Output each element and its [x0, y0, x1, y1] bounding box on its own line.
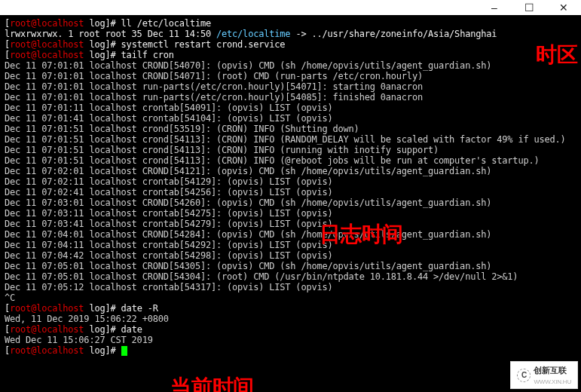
command: date -R [121, 303, 158, 314]
date-r-output: Wed, 11 Dec 2019 15:06:22 +0800 [5, 314, 576, 324]
log-line: Dec 11 07:01:51 localhost crond[54113]: … [5, 155, 576, 166]
log-line: Dec 11 07:01:41 localhost crontab[54104]… [5, 113, 576, 124]
log-line: Dec 11 07:01:51 localhost crond[53519]: … [5, 124, 576, 134]
window-titlebar: – ☐ ✕ [0, 0, 581, 15]
prompt-line: [root@localhost log]# date -R [5, 303, 576, 314]
ll-output: lrwxrwxrwx. 1 root root 35 Dec 11 14:50 … [5, 29, 576, 39]
log-line: Dec 11 07:03:11 localhost crontab[54275]… [5, 208, 576, 219]
log-line: Dec 11 07:03:01 localhost CROND[54260]: … [5, 198, 576, 208]
log-line: Dec 11 07:01:01 localhost CROND[54071]: … [5, 71, 576, 81]
log-line: Dec 11 07:02:11 localhost crontab[54129]… [5, 176, 576, 187]
log-line: Dec 11 07:05:01 localhost CROND[54304]: … [5, 271, 576, 282]
log-line: Dec 11 07:04:01 localhost CROND[54284]: … [5, 229, 576, 240]
command: tailf cron [121, 50, 174, 60]
prompt-line: [root@localhost log]# tailf cron [5, 50, 576, 60]
log-line: Dec 11 07:01:51 localhost crond[54113]: … [5, 134, 576, 145]
date-output: Wed Dec 11 15:06:27 CST 2019 [5, 335, 576, 345]
watermark-text: 创新互联 [534, 366, 566, 375]
command: systemctl restart crond.service [121, 39, 286, 50]
prompt-line: [root@localhost log]# [5, 345, 576, 356]
watermark-sub: WWW.XIN.HU [534, 378, 571, 385]
log-line: Dec 11 07:01:01 localhost run-parts(/etc… [5, 81, 576, 92]
ctrl-c: ^C [5, 292, 576, 303]
prompt-line: [root@localhost log]# date [5, 324, 576, 335]
log-line: Dec 11 07:05:01 localhost CROND[54305]: … [5, 261, 576, 271]
log-line: Dec 11 07:01:01 localhost run-parts(/etc… [5, 92, 576, 103]
command: date [121, 324, 142, 335]
log-line: Dec 11 07:04:42 localhost crontab[54298]… [5, 250, 576, 261]
prompt-line: [root@localhost log]# systemctl restart … [5, 39, 576, 50]
command: ll /etc/localtime [121, 18, 211, 29]
log-line: Dec 11 07:04:11 localhost crontab[54292]… [5, 240, 576, 250]
log-line: Dec 11 07:03:41 localhost crontab[54279]… [5, 219, 576, 229]
log-line: Dec 11 07:02:01 localhost CROND[54121]: … [5, 166, 576, 176]
terminal-pane[interactable]: [root@localhost log]# ll /etc/localtimel… [0, 15, 581, 392]
minimize-button[interactable]: – [480, 0, 509, 15]
watermark-logo: C [517, 369, 531, 382]
cursor [121, 346, 127, 356]
log-line: Dec 11 07:01:01 localhost CROND[54070]: … [5, 60, 576, 71]
annotation-currenttime: 当前时间 [170, 373, 254, 392]
log-line: Dec 11 07:05:12 localhost crontab[54317]… [5, 282, 576, 292]
close-button[interactable]: ✕ [549, 0, 578, 15]
log-line: Dec 11 07:01:51 localhost crond[54113]: … [5, 145, 576, 155]
symlink-path: /etc/localtime [216, 29, 290, 39]
log-line: Dec 11 07:02:41 localhost crontab[54256]… [5, 187, 576, 198]
log-line: Dec 11 07:01:11 localhost crontab[54091]… [5, 103, 576, 113]
maximize-button[interactable]: ☐ [515, 0, 543, 15]
watermark: C 创新互联 WWW.XIN.HU [510, 361, 578, 389]
prompt-line: [root@localhost log]# ll /etc/localtime [5, 18, 576, 29]
